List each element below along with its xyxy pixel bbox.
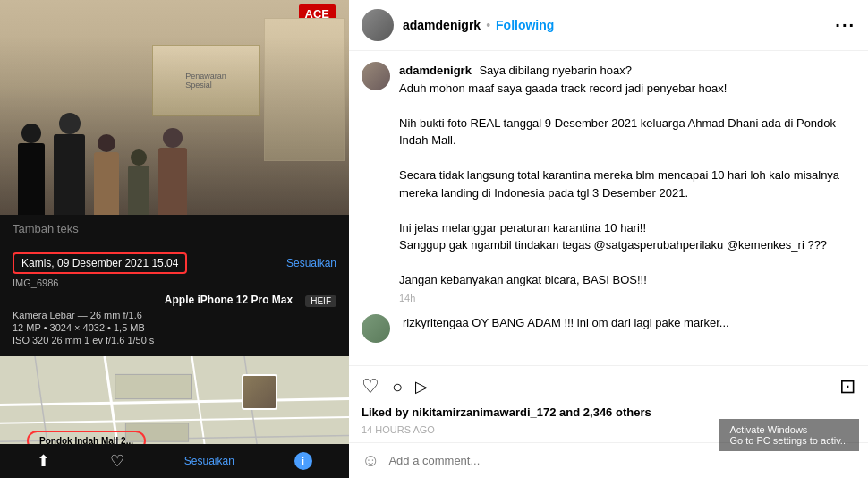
like-button[interactable]: ♡ xyxy=(362,375,379,398)
metadata-panel: Kamis, 09 Desember 2021 15.04 Sesuaikan … xyxy=(0,243,349,356)
sesuaikan-date[interactable]: Sesuaikan xyxy=(286,257,336,269)
add-text-bar[interactable]: Tambah teks xyxy=(0,215,349,243)
heart-icon[interactable]: ♡ xyxy=(110,451,124,471)
emoji-button[interactable]: ☺ xyxy=(362,450,379,471)
metadata-specs3: ISO 320 26 mm 1 ev f/1.6 1/50 s xyxy=(13,335,336,346)
post-photo: ACE PenawaranSpesial xyxy=(0,0,349,215)
likes-row: Liked by nikitamirzanimawardi_172 and 2,… xyxy=(349,404,868,423)
comment-button[interactable]: ○ xyxy=(392,377,403,397)
caption-content: adamdenigrk Saya dibilang nyebarin hoax?… xyxy=(399,62,855,303)
post-time: 14 HOURS AGO xyxy=(362,424,435,435)
metadata-badge: HEIF xyxy=(305,295,336,307)
metadata-date: Kamis, 09 Desember 2021 15.04 xyxy=(13,252,187,274)
metadata-filename: IMG_6986 xyxy=(13,277,336,288)
svg-line-0 xyxy=(0,399,349,405)
share-icon[interactable]: ⬆ xyxy=(37,451,50,471)
more-options-button[interactable]: ··· xyxy=(835,15,855,36)
map-panel: Pondok Indah Mall 2... ⬆ ♡ Sesuaikan i xyxy=(0,356,349,478)
add-text-label: Tambah teks xyxy=(13,222,79,235)
left-panel: ACE PenawaranSpesial xyxy=(0,0,349,478)
post-header: adamdenigrk • Following ··· xyxy=(349,0,868,51)
sesuaikan-map[interactable]: Sesuaikan xyxy=(184,455,234,467)
commenter-avatar xyxy=(362,314,390,343)
comment-content: rizkyritengaa OY BANG ADAM !!! ini om da… xyxy=(399,314,855,343)
comment-input[interactable] xyxy=(388,454,855,467)
preview-comment: rizkyritengaa OY BANG ADAM !!! ini om da… xyxy=(362,314,855,343)
bookmark-button[interactable]: ⊡ xyxy=(839,375,855,398)
share-button[interactable]: ▷ xyxy=(415,377,428,397)
likes-text: Liked by nikitamirzanimawardi_172 and 2,… xyxy=(362,405,651,419)
metadata-device: Apple iPhone 12 Pro Max xyxy=(165,294,293,306)
caption-username[interactable]: adamdenigrk xyxy=(399,64,472,77)
metadata-specs2: 12 MP • 3024 × 4032 • 1,5 MB xyxy=(13,322,336,333)
post-caption: adamdenigrk Saya dibilang nyebarin hoax?… xyxy=(362,62,855,303)
svg-line-1 xyxy=(0,417,349,423)
add-comment-row: ☺ xyxy=(349,442,868,478)
post-body: adamdenigrk Saya dibilang nyebarin hoax?… xyxy=(349,51,868,365)
avatar xyxy=(362,9,394,41)
metadata-specs1: Kamera Lebar — 26 mm f/1.6 xyxy=(13,310,336,320)
map-thumbnail xyxy=(242,374,277,410)
header-username[interactable]: adamdenigrk xyxy=(403,18,481,32)
caption-time: 14h xyxy=(399,293,855,303)
comment-preview-text: rizkyritengaa OY BANG ADAM !!! ini om da… xyxy=(403,316,729,329)
map-bottom-bar: ⬆ ♡ Sesuaikan i xyxy=(0,444,349,478)
svg-rect-7 xyxy=(115,374,192,398)
info-icon[interactable]: i xyxy=(294,452,312,470)
post-author-avatar xyxy=(362,62,390,90)
time-row: 14 HOURS AGO xyxy=(349,423,868,442)
post-actions: ♡ ○ ▷ ⊡ xyxy=(349,365,868,404)
caption-text: Saya dibilang nyebarin hoax? Aduh mohon … xyxy=(399,64,839,286)
right-panel: adamdenigrk • Following ··· adamdenigrk … xyxy=(349,0,868,478)
header-following[interactable]: Following xyxy=(496,18,554,32)
header-dot: • xyxy=(486,18,490,32)
